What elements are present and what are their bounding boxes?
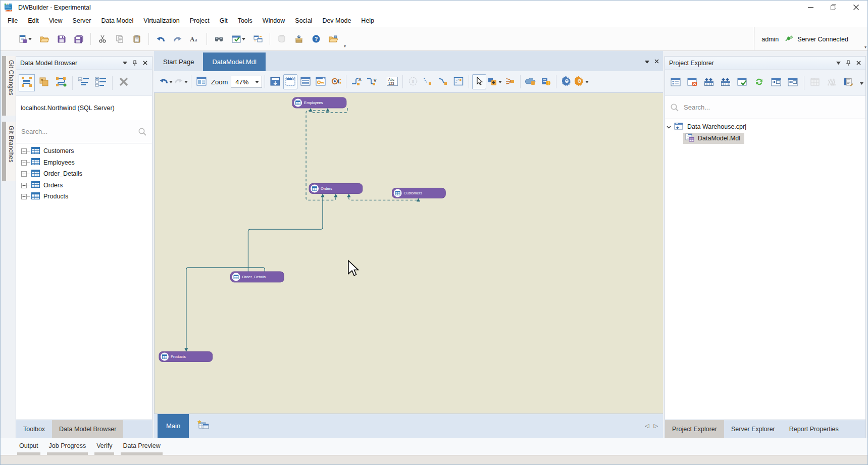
menu-file[interactable]: File (3, 15, 23, 26)
auto-layout-button[interactable] (19, 74, 35, 91)
toolbar-dropdown-icon[interactable] (860, 79, 863, 86)
tab-data-model-browser[interactable]: Data Model Browser (52, 420, 123, 438)
find-button[interactable] (211, 31, 226, 46)
cut-button[interactable] (95, 31, 110, 46)
tab-toolbox[interactable]: Toolbox (16, 420, 52, 438)
tree-item-data-warehouse-cprj[interactable]: Data Warehouse.cprj (665, 121, 865, 133)
database-disabled-button[interactable] (274, 31, 289, 46)
entity-products[interactable]: Products (159, 351, 213, 361)
panel-pin-icon[interactable] (131, 59, 139, 67)
menu-tools[interactable]: Tools (233, 15, 258, 26)
entity-customers[interactable]: Customers (392, 188, 446, 198)
undo-button[interactable] (159, 74, 173, 89)
diagram-canvas[interactable]: EmployeesOrdersCustomersOrder_DetailsPro… (154, 93, 663, 414)
clear-button[interactable] (116, 74, 132, 91)
curve-route-button[interactable] (436, 74, 450, 89)
menu-view[interactable]: View (44, 15, 68, 26)
group-objects-button[interactable] (36, 74, 52, 91)
save-button[interactable] (54, 31, 69, 46)
tab-list-dropdown-icon[interactable] (645, 58, 649, 65)
keys-only-button[interactable] (314, 74, 328, 89)
menu-social[interactable]: Social (290, 15, 317, 26)
report-book-button[interactable] (841, 74, 856, 91)
paste-button[interactable] (129, 31, 144, 46)
close-document-icon[interactable] (654, 58, 659, 65)
abc123-button[interactable]: Abc123 (385, 74, 399, 89)
bounding-box-button[interactable] (451, 74, 466, 89)
tree-item-order_details[interactable]: Order_Details (16, 168, 152, 180)
new-model-button[interactable] (15, 31, 35, 46)
bottom-tab-job-progress[interactable]: Job Progress (47, 441, 88, 455)
pointer-button[interactable] (472, 74, 486, 89)
toolbar-overflow-icon[interactable]: ▾ (864, 45, 866, 49)
expander-plus-icon[interactable] (21, 160, 26, 165)
gear-orange-button[interactable] (575, 74, 589, 89)
schema-circle-button[interactable]: S (406, 74, 420, 89)
gear-blue-button[interactable] (559, 74, 574, 89)
menu-data-model[interactable]: Data Model (96, 15, 138, 26)
document-tab-datamodel-mdl[interactable]: DataModel.Mdl (203, 53, 265, 71)
panel-dropdown-icon[interactable] (121, 59, 129, 67)
expander-plus-icon[interactable] (21, 171, 26, 176)
entity-order_details[interactable]: Order_Details (231, 272, 284, 282)
open-folder-button[interactable] (37, 31, 52, 46)
tab-server-explorer[interactable]: Server Explorer (724, 420, 782, 438)
table-disabled-button[interactable] (807, 74, 823, 91)
tree-item-datamodel-mdl[interactable]: DataModel.Mdl (665, 133, 865, 144)
import-table-button[interactable] (701, 74, 717, 91)
dock-tab-git-branches[interactable]: Git Branches (2, 122, 16, 181)
detailed-tree-button[interactable] (93, 74, 109, 91)
connection-orders-to-order-details[interactable] (248, 197, 323, 272)
chevron-down-icon[interactable] (665, 124, 672, 130)
copy-move-button[interactable] (487, 74, 502, 89)
import-table-alt-button[interactable] (718, 74, 734, 91)
project-explorer-search[interactable]: Search... (665, 96, 865, 119)
tree-item-products[interactable]: Products (16, 191, 152, 202)
tree-view-button[interactable] (76, 74, 92, 91)
mapping-button[interactable] (503, 74, 517, 89)
menu-project[interactable]: Project (185, 15, 215, 26)
refresh-button[interactable] (751, 74, 767, 91)
route-down-button[interactable]: V (365, 74, 379, 89)
help-button[interactable]: ? (309, 31, 324, 46)
font-button[interactable]: Aa (187, 31, 202, 46)
menu-dev-mode[interactable]: Dev Mode (317, 15, 356, 26)
toolbar-group-overflow-icon[interactable]: ▾ (344, 44, 346, 48)
layout-panel-button[interactable] (194, 74, 209, 89)
split-left-button[interactable] (768, 74, 784, 91)
bottom-tab-data-preview[interactable]: Data Preview (121, 441, 162, 455)
diagram-tab-main[interactable]: Main (158, 414, 189, 438)
validate-button[interactable] (228, 31, 248, 46)
tree-item-customers[interactable]: Customers (16, 145, 152, 157)
redo-button[interactable] (170, 31, 185, 46)
expander-plus-icon[interactable] (21, 148, 26, 153)
expander-plus-icon[interactable] (21, 183, 26, 188)
dock-tab-git-changes[interactable]: Git Changes (2, 56, 16, 116)
route-connector-button[interactable] (53, 74, 69, 91)
zoom-combobox[interactable]: 47% (231, 76, 262, 88)
preview-eye-button[interactable] (329, 74, 343, 89)
undo-button[interactable] (153, 31, 168, 46)
menu-help[interactable]: Help (356, 15, 379, 26)
db-warning-button[interactable] (539, 74, 553, 89)
copy-button[interactable] (112, 31, 127, 46)
dotted-route-button[interactable] (421, 74, 435, 89)
split-right-button[interactable] (785, 74, 800, 91)
network-disabled-button[interactable] (824, 74, 840, 91)
panel-pin-icon[interactable] (844, 59, 852, 67)
maximize-button[interactable] (822, 1, 845, 14)
cloud-upload-button[interactable] (524, 74, 538, 89)
menu-window[interactable]: Window (258, 15, 290, 26)
tree-item-orders[interactable]: Orders (16, 180, 152, 191)
compare-button[interactable] (250, 31, 266, 46)
panel-dropdown-icon[interactable] (834, 59, 842, 67)
close-window-button[interactable] (684, 74, 700, 91)
tab-report-properties[interactable]: Report Properties (782, 420, 846, 438)
close-button[interactable] (845, 1, 867, 14)
connection-employees-self-reference[interactable] (311, 108, 347, 113)
menu-edit[interactable]: Edit (23, 15, 44, 26)
panel-close-icon[interactable] (141, 59, 149, 67)
expander-plus-icon[interactable] (21, 194, 26, 199)
data-model-search[interactable]: Search... (16, 120, 152, 143)
bottom-tab-verify[interactable]: Verify (94, 441, 114, 455)
